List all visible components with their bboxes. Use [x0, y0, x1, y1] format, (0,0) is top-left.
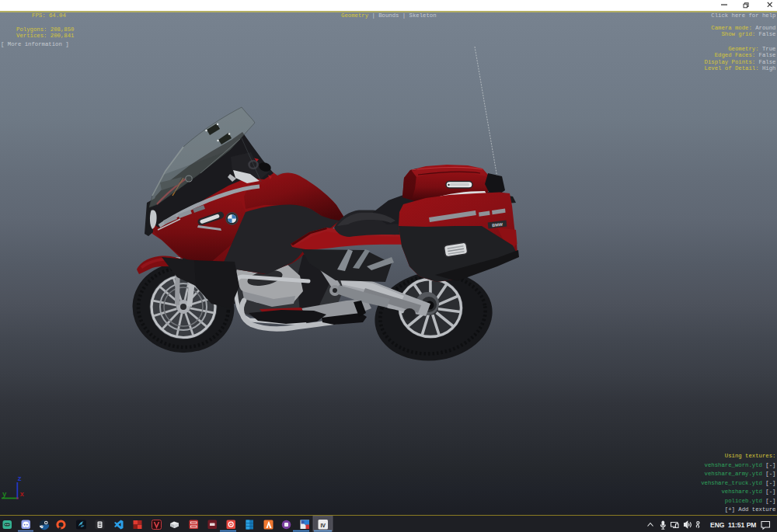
svg-text:x: x: [20, 491, 25, 499]
svg-text:y: y: [2, 491, 7, 499]
svg-text:IV: IV: [320, 523, 326, 528]
svg-text:z: z: [18, 475, 22, 483]
svg-text:ENG: ENG: [710, 521, 725, 529]
svg-text:11:51 PM: 11:51 PM: [728, 521, 756, 529]
